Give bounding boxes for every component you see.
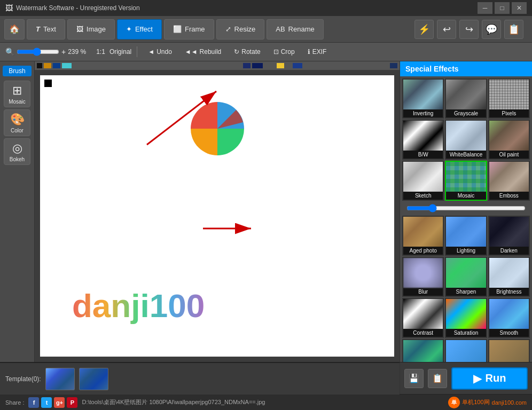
save-button[interactable]: 💾 [404,369,424,388]
effect-preview-bw [403,121,443,151]
effect-lighting[interactable]: Lighting [445,216,487,256]
effect-grayscale[interactable]: Grayscale [445,78,487,119]
pinterest-button[interactable]: P [67,397,77,408]
zoom-value: 239 % [68,48,92,56]
template-bar: Template(0): [0,362,400,395]
twitter-button[interactable]: t [41,397,52,408]
tool-extra-1[interactable]: ⚡ [414,20,434,39]
rotate-button[interactable]: ↻ Rotate [229,45,265,59]
image-canvas: danji100 [40,75,394,357]
run-button[interactable]: ▶ Run [451,367,528,390]
effect-label-pixels: Pixels [489,109,529,117]
color-dot [37,63,42,68]
frame-tool-button[interactable]: ⬜ Frame [164,19,214,40]
effect-preview-contrast [403,299,443,329]
zoom-slider[interactable] [17,48,59,56]
template-thumb-1[interactable] [45,368,75,390]
effect-preview-more1 [403,340,443,362]
effect-preview-lighting [446,217,486,247]
black-square [44,80,52,87]
color-dot [243,63,251,68]
bottom-bar: Template(0): 💾 📋 ▶ Run [0,362,532,394]
maximize-button[interactable]: □ [495,2,510,14]
effect-brightness[interactable]: Brightness [488,257,530,297]
effect-mosaic[interactable]: Mosaic [445,161,487,201]
minimize-button[interactable]: ─ [478,2,492,14]
toolbar: 🏠 T Text 🖼 Image ✦ Effect ⬜ Frame ⤢ Resi… [0,16,532,43]
effect-intensity-slider[interactable] [406,204,526,212]
home-button[interactable]: 🏠 [4,19,25,40]
rebuild-button[interactable]: ◄◄ Rebuild [179,45,226,59]
zoom-ratio: 1:1 [96,48,105,56]
effect-preview-emboss [489,162,529,192]
effect-tool-button[interactable]: ✦ Effect [117,19,162,40]
text-icon: T [36,25,40,33]
special-effects-header: Special Effects [400,61,532,76]
effect-label-sharpen: Sharpen [446,288,486,296]
undo-icon: ◄ [148,48,154,56]
effects-row-4: Aged photo Lighting Darken [402,216,530,256]
tool-extra-3[interactable]: ↪ [459,20,479,39]
bokeh-tool[interactable]: ◎ Bokeh [4,138,30,165]
app-icon: 🖼 [5,4,13,12]
exif-button[interactable]: ℹ EXIF [302,45,332,59]
separator-1 [137,46,137,57]
zoom-out-icon[interactable]: 🔍 [5,48,14,56]
effects-grid: Inverting Grayscale Pixels B/W [400,76,532,362]
template-thumb-2[interactable] [79,368,108,390]
effect-preview-grayscale [446,80,486,109]
run-label: Run [486,372,506,384]
effect-bw[interactable]: B/W [402,120,444,160]
tool-extra-4[interactable]: 💬 [482,20,501,39]
export-button[interactable]: 📋 [428,369,447,388]
color-dot [62,63,72,68]
effect-pixels[interactable]: Pixels [488,78,530,119]
effect-preview-whitebalance [446,121,486,151]
effect-emboss[interactable]: Emboss [488,161,530,201]
wm-logo-text: 单机100网 [462,398,489,406]
effect-label-mosaic: Mosaic [446,192,486,200]
effect-whitebalance[interactable]: WhiteBalance [445,120,487,160]
effect-label-brightness: Brightness [489,288,529,296]
rebuild-icon: ◄◄ [185,48,198,56]
effect-sketch[interactable]: Sketch [402,161,444,201]
googleplus-button[interactable]: g+ [54,397,65,408]
effect-inverting[interactable]: Inverting [402,78,444,119]
mosaic-tool[interactable]: ⊞ Mosaic [4,81,30,107]
image-tool-button[interactable]: 🖼 Image [67,19,115,40]
effect-blur[interactable]: Blur [402,257,444,297]
social-icons: f t g+ P [28,397,77,408]
effect-more1[interactable]: More... [402,339,444,362]
tool-extra-2[interactable]: ↩ [437,20,456,39]
effect-more3[interactable]: More... [488,339,530,362]
text-tool-button[interactable]: T Text [27,19,65,40]
effect-agedphoto[interactable]: Aged photo [402,216,444,256]
wm-logo-icon: 单 [448,397,460,408]
facebook-button[interactable]: f [28,397,39,408]
exif-icon: ℹ [308,48,310,56]
close-button[interactable]: ✕ [512,2,527,14]
bokeh-icon: ◎ [12,141,22,155]
effect-preview-mosaic [446,162,486,192]
effect-saturation[interactable]: Saturation [445,298,487,338]
color-tool[interactable]: 🎨 Color [4,109,30,136]
effect-smooth[interactable]: Smooth [488,298,530,338]
effect-more2[interactable]: More... [445,339,487,362]
resize-tool-button[interactable]: ⤢ Resize [216,19,265,40]
color-ruler [35,61,400,70]
rename-tool-button[interactable]: AB Rename [267,19,323,40]
effect-preview-agedphoto [403,217,443,247]
undo-button[interactable]: ◄ Undo [143,45,177,59]
tool-extra-5[interactable]: 📋 [504,20,523,39]
effect-oilpaint[interactable]: Oil paint [488,120,530,160]
effect-preview-more3 [489,340,529,362]
effect-sharpen[interactable]: Sharpen [445,257,487,297]
effect-darken[interactable]: Darken [488,216,530,256]
zoom-in-icon[interactable]: + [61,48,66,56]
crop-button[interactable]: ⊡ Crop [268,45,300,59]
effect-preview-oilpaint [489,121,529,151]
frame-icon: ⬜ [173,25,182,33]
effect-contrast[interactable]: Contrast [402,298,444,338]
effect-label-sketch: Sketch [403,192,443,200]
color-icon: 🎨 [10,113,25,127]
